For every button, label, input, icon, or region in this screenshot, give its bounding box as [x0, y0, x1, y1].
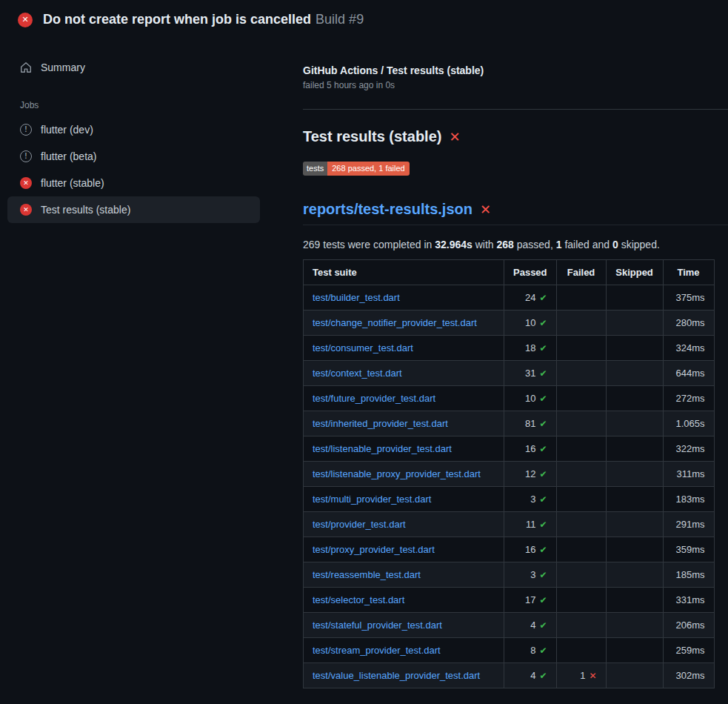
table-row: test/change_notifier_provider_test.dart1… [304, 311, 715, 336]
skipped-cell [606, 512, 663, 537]
failed-cell [556, 562, 606, 588]
passed-cell: 8✔ [504, 638, 557, 663]
test-suite-link[interactable]: test/value_listenable_provider_test.dart [313, 670, 480, 681]
test-suite-link[interactable]: test/inherited_provider_test.dart [313, 418, 448, 429]
skipped-cell [606, 285, 663, 311]
report-title: reports/test-results.json ✕ [303, 201, 728, 225]
badge-label: tests [303, 162, 327, 176]
test-suite-link[interactable]: test/stateful_provider_test.dart [313, 620, 442, 631]
suite-cell: test/change_notifier_provider_test.dart [304, 311, 504, 336]
check-icon: ✔ [539, 368, 547, 379]
content-layout: Summary Jobs ! flutter (dev) ! flutter (… [0, 38, 728, 688]
check-icon: ✔ [539, 419, 547, 429]
time-cell: 331ms [663, 588, 714, 613]
summary-failed-count: 1 [556, 239, 562, 250]
page-title: Do not create report when job is cancell… [43, 12, 364, 27]
test-suite-link[interactable]: test/builder_test.dart [313, 292, 400, 303]
passed-count: 24 [525, 292, 535, 303]
passed-cell: 3✔ [504, 487, 557, 512]
column-header-passed: Passed [504, 260, 557, 285]
passed-count: 10 [525, 317, 535, 328]
test-suite-link[interactable]: test/selector_test.dart [313, 594, 404, 605]
passed-count: 16 [525, 443, 535, 454]
sidebar-item-flutter-beta[interactable]: ! flutter (beta) [7, 143, 260, 170]
test-suite-link[interactable]: test/multi_provider_test.dart [313, 494, 431, 505]
failed-cell [556, 386, 606, 411]
badge-value: 268 passed, 1 failed [327, 162, 409, 176]
summary-text: passed, [514, 239, 556, 250]
time-cell: 185ms [663, 562, 714, 588]
check-icon: ✔ [539, 494, 547, 505]
test-suite-link[interactable]: test/listenable_proxy_provider_test.dart [313, 468, 481, 479]
skipped-cell [606, 562, 663, 588]
test-suite-link[interactable]: test/consumer_test.dart [313, 342, 413, 353]
suite-cell: test/value_listenable_provider_test.dart [304, 663, 504, 688]
header-row: Test suite Passed Failed Skipped Time [304, 260, 715, 285]
suite-cell: test/inherited_provider_test.dart [304, 411, 504, 436]
test-suite-link[interactable]: test/proxy_provider_test.dart [313, 544, 435, 555]
failed-count: 1 [580, 670, 585, 681]
column-header-time: Time [663, 260, 714, 285]
column-header-skipped: Skipped [606, 260, 663, 285]
test-suite-link[interactable]: test/stream_provider_test.dart [313, 645, 441, 656]
sidebar-item-label: flutter (stable) [41, 177, 104, 189]
sidebar-item-flutter-stable[interactable]: ✕ flutter (stable) [7, 170, 260, 196]
report-title-link[interactable]: reports/test-results.json [303, 201, 472, 218]
results-table: Test suite Passed Failed Skipped Time te… [303, 259, 715, 688]
alert-circle-icon: ! [20, 150, 32, 162]
skipped-cell [606, 361, 663, 386]
time-cell: 259ms [663, 638, 714, 663]
check-icon: ✔ [539, 519, 547, 530]
time-cell: 280ms [663, 311, 714, 336]
x-glyph: ✕ [21, 16, 28, 24]
table-row: test/future_provider_test.dart10✔272ms [304, 386, 715, 411]
sidebar-item-flutter-dev[interactable]: ! flutter (dev) [7, 116, 260, 143]
test-suite-link[interactable]: test/provider_test.dart [313, 519, 406, 530]
x-glyph: ✕ [23, 207, 29, 213]
sidebar-item-summary[interactable]: Summary [7, 54, 260, 81]
summary-text: 269 tests were completed in [303, 239, 435, 250]
run-title: Do not create report when job is cancell… [43, 12, 311, 27]
table-row: test/proxy_provider_test.dart16✔359ms [304, 537, 715, 562]
check-icon: ✔ [539, 671, 547, 681]
failed-cell [556, 311, 606, 336]
build-number: Build #9 [315, 12, 364, 27]
suite-cell: test/consumer_test.dart [304, 336, 504, 361]
passed-cell: 12✔ [504, 462, 557, 487]
check-icon: ✔ [539, 620, 547, 631]
table-row: test/consumer_test.dart18✔324ms [304, 336, 715, 361]
summary-text: skipped. [618, 239, 660, 250]
passed-count: 4 [530, 670, 535, 681]
passed-cell: 16✔ [504, 436, 557, 462]
failed-cell [556, 411, 606, 436]
skipped-cell [606, 487, 663, 512]
suite-cell: test/selector_test.dart [304, 588, 504, 613]
passed-count: 31 [525, 368, 535, 379]
passed-cell: 11✔ [504, 512, 557, 537]
suite-cell: test/context_test.dart [304, 361, 504, 386]
sidebar-item-label: Summary [41, 62, 85, 73]
check-run-page: ✕ Do not create report when job is cance… [0, 0, 728, 688]
status-line: failed 5 hours ago in 0s [303, 80, 728, 90]
test-suite-link[interactable]: test/change_notifier_provider_test.dart [313, 317, 477, 328]
test-suite-link[interactable]: test/future_provider_test.dart [313, 393, 435, 404]
failed-cell [556, 613, 606, 638]
time-cell: 324ms [663, 336, 714, 361]
test-suite-link[interactable]: test/context_test.dart [313, 368, 402, 379]
check-icon: ✔ [539, 393, 547, 404]
summary-duration: 32.964s [435, 239, 472, 250]
check-icon: ✔ [539, 444, 547, 454]
sidebar-item-test-results-stable[interactable]: ✕ Test results (stable) [7, 196, 260, 223]
passed-cell: 3✔ [504, 562, 557, 588]
results-table-head: Test suite Passed Failed Skipped Time [304, 260, 715, 285]
table-row: test/context_test.dart31✔644ms [304, 361, 715, 386]
passed-cell: 10✔ [504, 311, 557, 336]
test-suite-link[interactable]: test/listenable_provider_test.dart [313, 443, 452, 454]
table-row: test/reassemble_test.dart3✔185ms [304, 562, 715, 588]
home-icon [20, 62, 32, 73]
suite-cell: test/builder_test.dart [304, 285, 504, 311]
test-suite-link[interactable]: test/reassemble_test.dart [313, 569, 421, 580]
x-circle-icon: ✕ [20, 177, 32, 189]
x-glyph: ✕ [23, 180, 29, 187]
skipped-cell [606, 336, 663, 361]
